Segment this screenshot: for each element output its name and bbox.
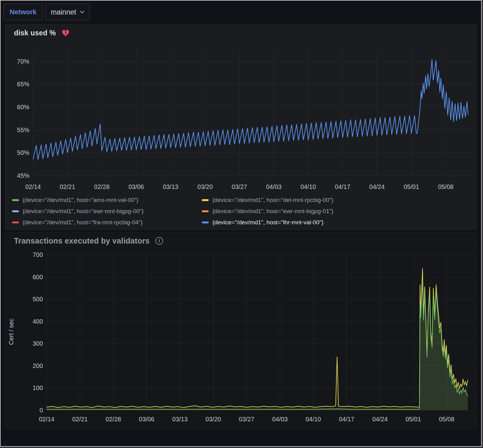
transactions-chart[interactable]: 02/1402/2102/2803/0603/1303/2003/2704/03… bbox=[5, 247, 476, 427]
series-color-swatch bbox=[202, 199, 209, 201]
series-label: {device="/dev/md1", host="ams-mnt-val-00… bbox=[23, 197, 138, 204]
svg-text:05/08: 05/08 bbox=[439, 416, 454, 423]
variable-network-label-box: Network bbox=[4, 4, 42, 20]
series-label: {device="/dev/md1", host="lhr-mnt-val-00… bbox=[212, 219, 324, 226]
svg-text:04/10: 04/10 bbox=[300, 183, 316, 190]
legend-item-ewr1[interactable]: {device="/dev/md1", host="ewr-mnt-bigpg-… bbox=[202, 208, 476, 215]
series-label: {device="/dev/md1", host="ewr-mnt-bigpg-… bbox=[212, 208, 333, 215]
panel-title-transactions[interactable]: Transactions executed by validators bbox=[14, 236, 150, 245]
svg-text:0: 0 bbox=[39, 407, 43, 414]
series-color-swatch bbox=[12, 199, 19, 201]
svg-text:05/01: 05/01 bbox=[404, 183, 419, 190]
chevron-down-icon bbox=[80, 9, 84, 13]
series-label: {device="/dev/md1", host="fra-mnt-rpcbig… bbox=[23, 219, 143, 226]
legend-item-fra[interactable]: {device="/dev/md1", host="fra-mnt-rpcbig… bbox=[12, 219, 202, 226]
svg-text:04/10: 04/10 bbox=[306, 416, 321, 423]
svg-text:03/06: 03/06 bbox=[129, 183, 144, 190]
series-color-swatch bbox=[12, 210, 19, 212]
series-color-swatch bbox=[12, 222, 19, 223]
legend-item-del[interactable]: {device="/dev/md1", host="del-mnt-rpcbig… bbox=[202, 197, 476, 204]
svg-text:02/21: 02/21 bbox=[72, 416, 88, 423]
dashboard-controls: Network mainnet bbox=[1, 1, 481, 23]
svg-text:02/28: 02/28 bbox=[106, 416, 121, 423]
info-icon[interactable]: i bbox=[155, 237, 163, 245]
series-label: {device="/dev/md1", host="del-mnt-rpcbig… bbox=[212, 197, 333, 204]
svg-text:03/20: 03/20 bbox=[206, 416, 221, 423]
svg-text:04/24: 04/24 bbox=[369, 183, 385, 190]
series-color-swatch bbox=[202, 222, 209, 223]
svg-text:05/08: 05/08 bbox=[438, 183, 454, 190]
legend-item-lhr[interactable]: {device="/dev/md1", host="lhr-mnt-val-00… bbox=[202, 219, 476, 226]
svg-text:04/17: 04/17 bbox=[339, 416, 354, 423]
svg-text:03/27: 03/27 bbox=[232, 183, 247, 190]
disk-used-chart[interactable]: 02/1402/2102/2803/0603/1303/2003/2704/03… bbox=[5, 39, 476, 194]
svg-text:45%: 45% bbox=[17, 172, 29, 179]
svg-text:02/14: 02/14 bbox=[25, 183, 41, 190]
svg-text:300: 300 bbox=[33, 340, 43, 347]
svg-text:100: 100 bbox=[33, 384, 43, 391]
svg-text:05/01: 05/01 bbox=[405, 416, 421, 423]
svg-text:70%: 70% bbox=[17, 58, 29, 65]
svg-text:03/13: 03/13 bbox=[172, 416, 188, 423]
svg-text:02/21: 02/21 bbox=[60, 183, 75, 190]
svg-text:03/20: 03/20 bbox=[197, 183, 213, 190]
svg-text:600: 600 bbox=[33, 274, 43, 280]
transactions-panel-header: Transactions executed by validators i bbox=[5, 236, 476, 245]
svg-text:04/03: 04/03 bbox=[272, 416, 288, 423]
svg-text:200: 200 bbox=[33, 362, 43, 369]
svg-text:60%: 60% bbox=[17, 104, 29, 110]
series-color-swatch bbox=[202, 210, 209, 212]
variable-network-label: Network bbox=[10, 8, 37, 16]
svg-text:02/28: 02/28 bbox=[94, 183, 110, 190]
svg-text:04/03: 04/03 bbox=[266, 183, 281, 190]
legend-item-ewr0[interactable]: {device="/dev/md1", host="ewr-mnt-bigpg-… bbox=[12, 208, 202, 215]
svg-text:02/14: 02/14 bbox=[39, 416, 55, 423]
legend-item-ams[interactable]: {device="/dev/md1", host="ams-mnt-val-00… bbox=[12, 197, 202, 204]
disk-legend: {device="/dev/md1", host="ams-mnt-val-00… bbox=[5, 194, 476, 228]
svg-text:04/24: 04/24 bbox=[372, 416, 388, 423]
svg-text:65%: 65% bbox=[17, 81, 29, 87]
svg-text:50%: 50% bbox=[17, 149, 29, 156]
broken-heart-icon bbox=[61, 29, 70, 37]
svg-text:04/17: 04/17 bbox=[335, 183, 350, 190]
series-label: {device="/dev/md1", host="ewr-mnt-bigpg-… bbox=[23, 208, 144, 215]
svg-text:03/13: 03/13 bbox=[163, 183, 178, 190]
svg-text:500: 500 bbox=[33, 296, 43, 302]
svg-text:55%: 55% bbox=[17, 127, 29, 133]
transactions-panel: Transactions executed by validators i 02… bbox=[5, 232, 477, 429]
svg-text:03/06: 03/06 bbox=[139, 416, 154, 423]
variable-network-value-dropdown[interactable]: mainnet bbox=[45, 4, 90, 20]
svg-text:Cert / sec: Cert / sec bbox=[8, 318, 15, 345]
svg-text:400: 400 bbox=[33, 318, 43, 325]
svg-text:700: 700 bbox=[33, 251, 43, 258]
disk-used-panel: disk used % 02/1402/2102/2803/0603/1303/… bbox=[5, 24, 477, 230]
disk-used-panel-header: disk used % bbox=[5, 29, 476, 37]
dashboard: Network mainnet disk used % 02/1402/2102… bbox=[0, 0, 482, 447]
svg-text:03/27: 03/27 bbox=[239, 416, 255, 423]
variable-network-value: mainnet bbox=[51, 8, 76, 16]
panel-title-disk[interactable]: disk used % bbox=[14, 29, 56, 37]
